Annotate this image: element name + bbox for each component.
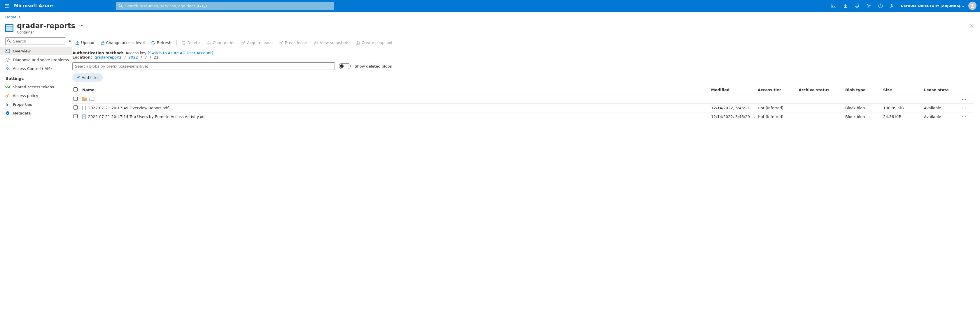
svg-rect-27 [7,113,8,114]
lock-icon [101,41,104,45]
acquire-lease-icon [241,41,245,45]
notifications-icon[interactable] [851,0,863,12]
token-icon [5,86,10,88]
overview-icon [5,49,10,53]
create-snapshot-button: Create snapshot [353,38,396,48]
column-access-tier[interactable]: Access tier [758,88,799,92]
hamburger-menu[interactable] [0,0,14,12]
location-crumb-1[interactable]: 2022 [128,55,138,59]
column-archive-status[interactable]: Archive status [799,88,845,92]
feedback-icon[interactable] [886,0,898,12]
iam-icon [5,67,10,70]
blob-row[interactable]: 2022-07-21 20:17:49 Overview Report.pdf … [72,104,974,113]
create-snapshot-icon [356,41,360,44]
row-checkbox[interactable] [73,114,78,118]
upload-icon [75,41,80,45]
svg-point-41 [962,117,963,117]
add-filter-button[interactable]: Add filter [72,73,103,82]
sidebar-item-properties[interactable]: Properties [0,100,72,109]
key-icon [5,93,10,98]
up-directory-row[interactable]: [..] [72,95,974,104]
blob-row[interactable]: 2022-07-21 20:47:14 Top Users by Remote … [72,113,974,121]
row-checkbox[interactable] [73,105,78,109]
svg-point-10 [7,40,10,42]
break-lease-button: Break lease [276,38,310,48]
svg-point-6 [972,4,973,6]
container-icon [5,24,13,32]
folder-icon [82,98,87,101]
toolbar: Upload Change access level Refresh Delet… [72,37,974,48]
breadcrumb-home[interactable]: Home [5,15,16,19]
collapse-sidebar-button[interactable] [67,38,73,44]
svg-point-42 [964,117,964,117]
svg-rect-12 [6,49,10,53]
file-icon [82,106,86,110]
page-title: qradar-reports [17,22,75,30]
show-deleted-toggle[interactable] [339,63,351,69]
column-blob-type[interactable]: Blob type [845,88,883,92]
page-subtitle: Container [17,30,75,34]
auth-method-value: Access key [126,51,146,55]
svg-point-40 [965,108,966,109]
sidebar-item-label: Access policy [13,93,38,98]
change-access-level-button[interactable]: Change access level [98,38,148,48]
global-search-input[interactable] [116,2,334,10]
settings-icon[interactable] [863,0,875,12]
more-actions-icon[interactable] [80,25,83,26]
row-more-actions[interactable] [962,99,974,100]
sidebar-item-shared-tokens[interactable]: Shared access tokens [0,82,72,91]
svg-rect-28 [7,112,8,113]
directory-label[interactable]: DEFAULT DIRECTORY (ARJUNRAJ... [898,4,967,8]
diagnose-icon [5,58,10,62]
sidebar-item-label: Access Control (IAM) [13,67,52,71]
change-tier-icon [206,41,211,44]
search-icon [7,39,11,43]
sidebar-item-access-policy[interactable]: Access policy [0,91,72,100]
brand-label[interactable]: Microsoft Azure [14,3,57,8]
row-more-actions[interactable] [962,116,974,117]
svg-point-8 [81,25,82,26]
help-icon[interactable] [875,0,886,12]
svg-point-37 [965,99,966,100]
cloud-shell-icon[interactable] [828,0,840,12]
column-name[interactable]: Name [82,88,711,92]
refresh-icon [151,41,155,45]
svg-point-18 [8,86,10,88]
svg-point-36 [964,99,964,100]
add-filter-icon [76,76,80,79]
svg-point-14 [6,58,10,62]
delete-icon [182,41,186,45]
user-avatar[interactable] [968,2,977,10]
column-size[interactable]: Size [883,88,924,92]
sidebar-settings-heading: Settings [0,73,72,82]
svg-line-22 [9,94,10,95]
view-snapshots-icon [313,41,318,44]
row-more-actions[interactable] [962,108,974,109]
column-modified[interactable]: Modified [711,88,758,92]
svg-point-16 [8,67,10,69]
svg-point-32 [315,42,317,43]
sidebar-item-overview[interactable]: Overview [0,47,72,55]
location-crumb-2[interactable]: 7 [145,55,147,59]
view-snapshots-button: View snapshots [310,38,352,48]
upload-button[interactable]: Upload [72,38,97,48]
svg-point-39 [964,108,964,109]
location-label: Location: [72,55,92,59]
svg-line-11 [10,42,11,43]
column-lease-state[interactable]: Lease state [924,88,962,92]
row-checkbox[interactable] [73,97,78,101]
svg-point-17 [6,86,7,88]
sidebar-search-input[interactable] [5,37,65,45]
sidebar-item-metadata[interactable]: Metadata [0,109,72,117]
select-all-checkbox[interactable] [73,87,78,92]
sidebar-item-diagnose[interactable]: Diagnose and solve problems [0,55,72,64]
blob-prefix-search-input[interactable] [72,62,335,70]
refresh-button[interactable]: Refresh [148,38,174,48]
directories-icon[interactable] [840,0,851,12]
close-blade-button[interactable] [969,24,974,28]
location-crumb-root[interactable]: qradar-reports [94,55,122,59]
sidebar-item-iam[interactable]: Access Control (IAM) [0,64,72,73]
svg-rect-33 [356,42,360,44]
svg-point-34 [357,43,358,44]
switch-auth-link[interactable]: (Switch to Azure AD User Account) [148,51,213,55]
